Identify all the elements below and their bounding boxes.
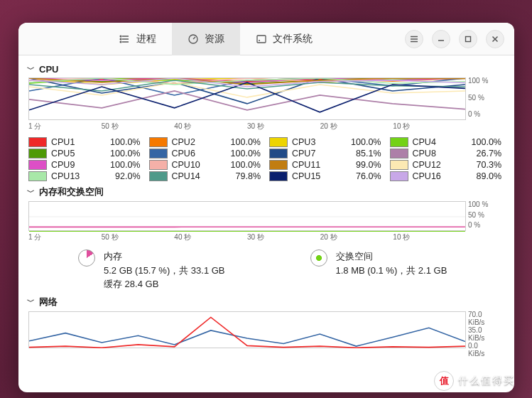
cpu-name: CPU8 (413, 149, 447, 158)
tab-resources[interactable]: 资源 (172, 23, 240, 55)
cpu-legend-item[interactable]: CPU16 89.0% (390, 171, 505, 181)
svg-point-3 (120, 36, 121, 37)
color-swatch (28, 160, 47, 170)
cpu-legend-item[interactable]: CPU2 100.0% (149, 137, 264, 147)
cpu-section-title: CPU (39, 64, 58, 75)
cpu-name: CPU13 (51, 171, 85, 181)
cpu-legend-item[interactable]: CPU10 100.0% (149, 160, 264, 170)
cpu-legend-item[interactable]: CPU12 70.3% (390, 160, 505, 170)
color-swatch (269, 160, 288, 170)
minimize-button[interactable] (432, 30, 450, 48)
maximize-button[interactable] (459, 30, 477, 48)
cpu-name: CPU11 (292, 160, 326, 170)
cpu-name: CPU5 (51, 149, 85, 158)
cpu-value: 100.0% (330, 137, 384, 147)
tab-resources-label: 资源 (205, 33, 224, 45)
memory-usage: 5.2 GB (15.7 %)，共 33.1 GB (104, 264, 225, 278)
cpu-y-axis: 100 % 50 % 0 % (468, 77, 496, 118)
cpu-legend-item[interactable]: CPU13 92.0% (28, 171, 143, 181)
svg-rect-14 (466, 36, 471, 41)
cpu-legend-item[interactable]: CPU7 85.1% (269, 149, 384, 158)
tab-filesystems[interactable]: 文件系统 (240, 23, 328, 55)
cpu-legend: CPU1 100.0% CPU2 100.0% CPU3 100.0% CPU4… (28, 137, 504, 181)
cpu-value: 26.7% (451, 149, 505, 158)
cpu-x-axis: 1 分 50 秒 40 秒 30 秒 20 秒 10 秒 (28, 122, 466, 131)
color-swatch (390, 149, 408, 158)
cpu-legend-item[interactable]: CPU1 100.0% (28, 137, 143, 147)
cpu-value: 100.0% (89, 137, 143, 147)
cpu-legend-item[interactable]: CPU3 100.0% (269, 137, 384, 147)
memory-section-header[interactable]: ﹀ 内存和交换空间 (27, 185, 506, 198)
cpu-name: CPU4 (413, 137, 447, 147)
list-icon (119, 33, 131, 45)
network-chart: 70.0 KiB/s 35.0 KiB/s 0.0 KiB/s (28, 311, 466, 348)
cpu-legend-item[interactable]: CPU11 99.0% (269, 160, 384, 170)
cpu-name: CPU14 (172, 171, 206, 181)
svg-point-9 (259, 40, 260, 41)
tab-filesystems-label: 文件系统 (273, 33, 313, 45)
cpu-value: 100.0% (89, 149, 143, 158)
network-y-axis: 70.0 KiB/s 35.0 KiB/s 0.0 KiB/s (468, 311, 496, 346)
color-swatch (28, 149, 47, 158)
memory-cache: 缓存 28.4 GB (104, 277, 225, 291)
network-section-header[interactable]: ﹀ 网络 (27, 296, 506, 308)
swap-title: 交换空间 (336, 249, 447, 264)
cpu-value: 99.0% (330, 160, 384, 170)
gauge-icon (188, 33, 199, 45)
cpu-value: 92.0% (89, 171, 143, 181)
swap-block: 交换空间 1.8 MB (0.1 %)，共 2.1 GB (310, 249, 447, 291)
tab-processes-label: 进程 (136, 33, 156, 45)
cpu-legend-item[interactable]: CPU8 26.7% (390, 149, 505, 158)
memory-block: 内存 5.2 GB (15.7 %)，共 33.1 GB 缓存 28.4 GB (78, 249, 225, 291)
cpu-value: 100.0% (210, 160, 264, 170)
color-swatch (28, 171, 47, 181)
cpu-value: 100.0% (210, 137, 264, 147)
swap-usage: 1.8 MB (0.1 %)，共 2.1 GB (336, 264, 447, 278)
color-swatch (28, 137, 47, 147)
tab-processes[interactable]: 进程 (104, 23, 172, 55)
cpu-value: 85.1% (330, 149, 384, 158)
memory-chart: 100 % 50 % 0 % (28, 201, 466, 231)
color-swatch (149, 149, 168, 158)
cpu-value: 89.0% (451, 171, 505, 181)
color-swatch (390, 160, 408, 170)
cpu-name: CPU15 (292, 171, 326, 181)
svg-point-5 (120, 41, 121, 43)
titlebar: 进程 资源 文件系统 (18, 23, 514, 55)
cpu-legend-item[interactable]: CPU4 100.0% (390, 137, 505, 147)
close-button[interactable] (486, 30, 504, 48)
memory-stats: 内存 5.2 GB (15.7 %)，共 33.1 GB 缓存 28.4 GB … (27, 249, 506, 291)
menu-button[interactable] (405, 30, 423, 48)
cpu-chart: 100 % 50 % 0 % (28, 77, 466, 120)
cpu-name: CPU7 (292, 149, 326, 158)
cpu-legend-item[interactable]: CPU6 100.0% (149, 149, 264, 158)
system-monitor-window: 进程 资源 文件系统 (18, 23, 514, 392)
tab-bar: 进程 资源 文件系统 (104, 23, 328, 55)
cpu-value: 79.8% (210, 171, 264, 181)
cpu-name: CPU6 (172, 149, 206, 158)
cpu-legend-item[interactable]: CPU5 100.0% (28, 149, 143, 158)
color-swatch (269, 149, 288, 158)
cpu-name: CPU3 (292, 137, 326, 147)
cpu-legend-item[interactable]: CPU9 100.0% (28, 160, 143, 170)
watermark: 值 什么值得买 (434, 371, 515, 391)
color-swatch (269, 171, 288, 181)
cpu-legend-item[interactable]: CPU15 76.0% (269, 171, 384, 181)
watermark-text: 什么值得买 (458, 375, 515, 387)
network-section-title: 网络 (39, 296, 58, 308)
memory-section-title: 内存和交换空间 (39, 185, 104, 198)
cpu-value: 76.0% (330, 171, 384, 181)
memory-pie-icon (78, 249, 95, 267)
content-area: ﹀ CPU 100 % 50 % 0 % 1 分 50 秒 40 秒 30 秒 … (18, 55, 514, 392)
svg-line-7 (193, 37, 195, 39)
cpu-name: CPU10 (172, 160, 206, 170)
color-swatch (149, 137, 168, 147)
cpu-name: CPU9 (51, 160, 85, 170)
cpu-name: CPU2 (172, 137, 206, 147)
chevron-down-icon: ﹀ (27, 296, 35, 307)
chevron-down-icon: ﹀ (27, 187, 35, 198)
svg-rect-8 (257, 36, 266, 43)
cpu-section-header[interactable]: ﹀ CPU (27, 64, 506, 75)
color-swatch (390, 137, 408, 147)
cpu-legend-item[interactable]: CPU14 79.8% (149, 171, 264, 181)
